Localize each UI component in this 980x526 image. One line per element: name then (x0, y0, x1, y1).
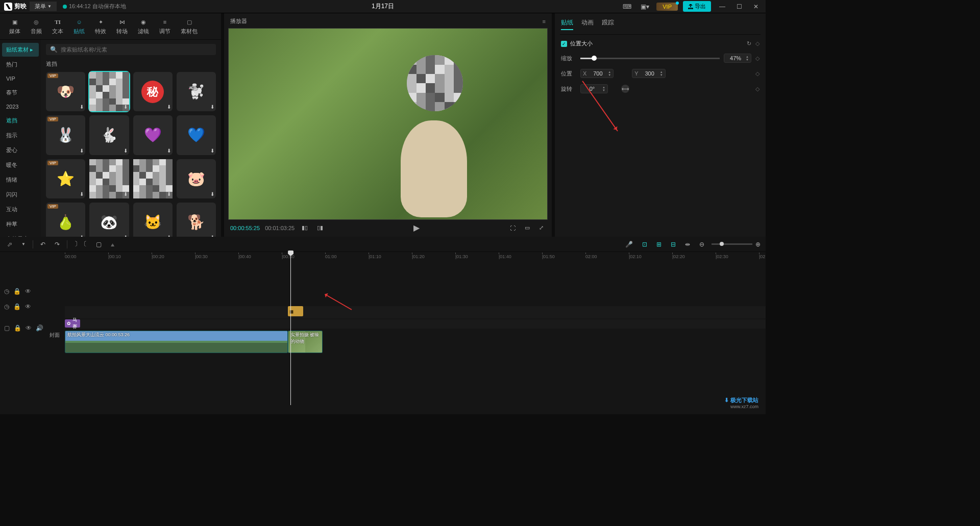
playhead[interactable] (290, 252, 291, 405)
vip-button[interactable]: VIP (656, 3, 678, 11)
tab-sticker[interactable]: ☺贴纸 (68, 15, 90, 37)
sticker-item[interactable]: 🐶VIP⬇ (46, 72, 85, 111)
keyboard-icon[interactable]: ⌨ (621, 2, 633, 11)
sticker-category[interactable]: 热门 (2, 58, 39, 71)
compare-a-icon[interactable]: ▮▯ (300, 224, 310, 231)
sticker-item[interactable]: 🐼⬇ (89, 203, 129, 237)
sticker-category[interactable]: 自然元素 (2, 232, 39, 237)
tab-text[interactable]: TI文本 (47, 15, 68, 37)
select-mode-dropdown[interactable]: ▼ (19, 241, 28, 247)
flip-horizontal-icon[interactable]: ⟷ (621, 85, 629, 93)
sticker-category[interactable]: 春节 (2, 86, 39, 99)
sticker-category[interactable]: 爱心 (2, 143, 39, 157)
scale-input[interactable] (726, 55, 745, 61)
position-y-field[interactable]: Y ▲▼ (632, 69, 665, 78)
undo-button[interactable]: ↶ (38, 240, 47, 249)
player-viewport[interactable] (228, 28, 548, 220)
track-eye-icon-3[interactable]: 👁 (26, 324, 32, 332)
rotate-field[interactable]: ▲▼ (580, 84, 608, 93)
zoom-in-icon[interactable]: ⊕ (755, 241, 761, 248)
sticker-item[interactable]: 🐷⬇ (177, 159, 216, 198)
mic-icon[interactable]: 🎤 (623, 240, 635, 249)
sticker-category[interactable]: 暖冬 (2, 158, 39, 172)
minimize-button[interactable]: — (716, 3, 728, 10)
search-input[interactable] (61, 46, 212, 53)
position-y-input[interactable] (641, 70, 659, 77)
rotate-keyframe-icon[interactable]: ◇ (755, 86, 760, 92)
tab-pack[interactable]: ▢素材包 (176, 15, 203, 37)
text-track[interactable]: ✿马赛 (65, 319, 766, 329)
select-tool[interactable]: ⬀ (5, 240, 14, 249)
sticker-item[interactable]: ⬇ (133, 159, 173, 198)
sticker-item[interactable]: 🍐VIP⬇ (46, 203, 85, 237)
sticker-category[interactable]: 情绪 (2, 173, 39, 187)
sticker-category[interactable]: 遮挡 (2, 114, 39, 128)
track-lock-icon-2[interactable]: 🔒 (13, 303, 21, 310)
close-button[interactable]: ✕ (750, 3, 762, 10)
position-x-input[interactable] (589, 70, 607, 77)
sticker-item[interactable]: 🐇⬇ (89, 115, 129, 155)
position-x-field[interactable]: X ▲▼ (580, 69, 614, 78)
position-keyframe-icon[interactable]: ◇ (755, 70, 760, 77)
track-clock-icon-2[interactable]: ◷ (4, 303, 9, 310)
timeline-tracks[interactable]: ◼ ✿马赛 封面 航拍风景大山流云 00:00:53:26 实景拍摄 被噪的动物 (65, 262, 766, 405)
play-button[interactable]: ▶ (411, 223, 422, 233)
toggle-link-icon[interactable]: ⊟ (669, 240, 678, 249)
sticker-item[interactable]: 💙⬇ (177, 115, 216, 155)
sticker-track[interactable]: ◼ (65, 306, 766, 318)
align-icon[interactable]: ⇹ (683, 240, 692, 249)
tab-effect[interactable]: ✦特效 (90, 15, 111, 37)
sticker-item[interactable]: 🐩⬇ (177, 72, 216, 111)
player-menu-icon[interactable]: ≡ (543, 18, 546, 24)
toggle-snap-icon[interactable]: ⊞ (654, 240, 664, 249)
reset-icon[interactable]: ↻ (747, 40, 751, 47)
layout-icon[interactable]: ▣▾ (639, 2, 651, 11)
props-tab-sticker[interactable]: 贴纸 (561, 18, 573, 30)
zoom-out-icon[interactable]: ⊖ (697, 240, 706, 249)
sticker-category[interactable]: 指示 (2, 129, 39, 142)
sticker-item[interactable]: 🐱⬇ (133, 203, 173, 237)
scan-icon[interactable]: ⛶ (508, 225, 518, 231)
scale-keyframe-icon[interactable]: ◇ (755, 55, 760, 62)
tab-transition[interactable]: ⋈转场 (111, 15, 133, 37)
scale-slider[interactable] (580, 58, 720, 59)
track-lock-icon-3[interactable]: 🔒 (14, 324, 21, 332)
sticker-item[interactable]: ⬇ (89, 72, 129, 111)
sticker-category[interactable]: 2023 (2, 101, 39, 113)
sticker-item[interactable]: ⬇ (89, 159, 129, 198)
tab-audio[interactable]: ◎音频 (26, 15, 47, 37)
video-clip-1[interactable]: 航拍风景大山流云 00:00:53:26 (65, 331, 288, 353)
section-keyframe-icon[interactable]: ◇ (755, 40, 760, 47)
tab-media[interactable]: ▣媒体 (4, 15, 26, 37)
track-clip-icon[interactable]: ▢ (4, 324, 10, 332)
sticker-category[interactable]: 贴纸素材 ▸ (2, 43, 39, 57)
tab-filter[interactable]: ◉滤镜 (133, 15, 154, 37)
scale-value-field[interactable]: ▲▼ (724, 54, 751, 63)
split-tool[interactable]: 〕〔 (72, 239, 89, 249)
sticker-category[interactable]: 种草 (2, 217, 39, 231)
props-tab-tracking[interactable]: 跟踪 (602, 18, 614, 30)
toggle-preview-icon[interactable]: ⊡ (640, 240, 649, 249)
video-clip-2[interactable]: 实景拍摄 被噪的动物 (288, 331, 323, 353)
sticker-item[interactable]: 🐰VIP⬇ (46, 115, 85, 155)
sticker-item[interactable]: 🐕⬇ (177, 203, 216, 237)
track-speaker-icon[interactable]: 🔊 (36, 324, 43, 332)
crop-tool[interactable]: ⟁ (109, 240, 116, 249)
timeline-ruler[interactable]: 00:00|00:10|00:20|00:30|00:40|00:5001:00… (65, 252, 766, 262)
ratio-icon[interactable]: ▭ (523, 224, 532, 231)
maximize-button[interactable]: ☐ (733, 3, 745, 10)
sticker-search[interactable]: 🔍 (46, 44, 216, 55)
pixelated-sticker-overlay[interactable] (407, 55, 463, 111)
export-button[interactable]: 导出 (683, 1, 711, 12)
sticker-category[interactable]: 互动 (2, 203, 39, 216)
section-checkbox[interactable]: ✓ (561, 41, 567, 47)
sticker-item[interactable]: 💜⬇ (133, 115, 173, 155)
cover-label[interactable]: 封面 (50, 332, 60, 339)
sticker-category[interactable]: VIP (2, 72, 39, 85)
sticker-category[interactable]: 闪闪 (2, 188, 39, 202)
delete-tool[interactable]: ▢ (94, 240, 104, 249)
main-menu-button[interactable]: 菜单▼ (30, 2, 57, 11)
compare-b-icon[interactable]: ▯▮ (315, 224, 325, 231)
track-eye-icon-2[interactable]: 👁 (25, 303, 31, 310)
fullscreen-icon[interactable]: ⤢ (537, 224, 546, 231)
